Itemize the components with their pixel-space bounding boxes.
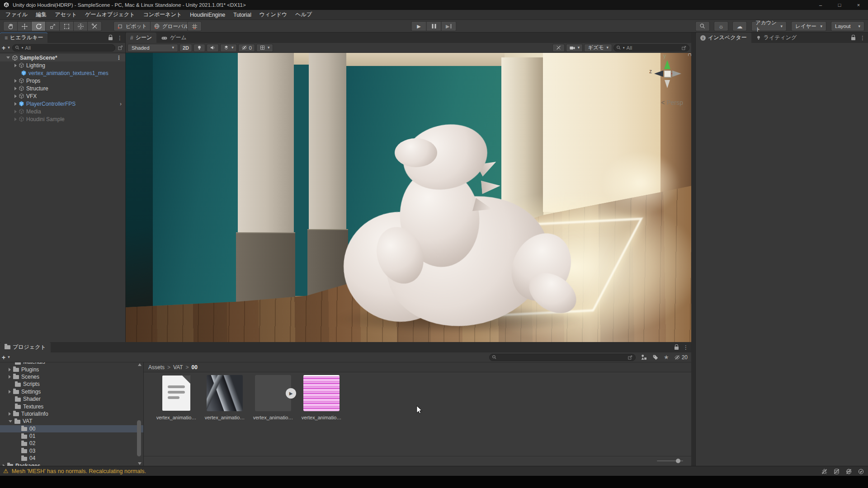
asset-item-texture-normal[interactable]: vertex_animatio… (202, 375, 247, 420)
scene-camera-dropdown[interactable]: ▾ (566, 44, 583, 52)
lock-icon[interactable] (675, 347, 679, 350)
tab-project[interactable]: プロジェクト (0, 342, 51, 352)
gizmo-y-cone[interactable] (664, 60, 670, 69)
hand-tool-button[interactable] (3, 21, 18, 31)
layout-dropdown[interactable]: Layout▾ (831, 21, 864, 31)
cloud-services-button[interactable]: ☁ (732, 21, 747, 31)
folder-row-shader[interactable]: Shader (0, 395, 143, 403)
scale-tool-button[interactable] (45, 21, 60, 31)
folder-row-02[interactable]: 02 (0, 440, 143, 447)
open-search-window-icon[interactable] (681, 45, 687, 51)
grid-snap-button[interactable] (187, 21, 202, 31)
rotate-tool-button[interactable] (31, 21, 46, 31)
folder-row-scripts[interactable]: Scripts (0, 380, 143, 388)
progress-done-icon[interactable] (858, 468, 864, 475)
folder-row-vat[interactable]: VAT (0, 418, 143, 425)
foldout-closed-icon[interactable] (14, 94, 17, 98)
global-toggle-button[interactable]: グローバル (150, 21, 193, 31)
tree-row-props[interactable]: Props (0, 77, 125, 84)
menu-component[interactable]: コンポーネント (139, 10, 186, 19)
tree-scrollbar[interactable] (137, 362, 142, 466)
minimize-button[interactable]: – (811, 0, 830, 10)
tab-lighting[interactable]: ライティング (751, 33, 802, 43)
tree-row-media[interactable]: Media (0, 108, 125, 115)
folder-row-00[interactable]: 00 (0, 425, 143, 432)
foldout-closed-icon[interactable] (9, 368, 11, 371)
foldout-open-icon[interactable] (6, 56, 10, 59)
scene-effects-dropdown[interactable]: ▾ (220, 44, 237, 52)
gizmo-z-cone[interactable] (654, 70, 663, 77)
folder-row-settings[interactable]: Settings (0, 388, 143, 395)
transform-tool-button[interactable] (73, 21, 88, 31)
play-button[interactable]: ▶ (411, 21, 427, 31)
account-dropdown[interactable]: アカウント▾ (751, 21, 787, 31)
scene-viewport[interactable]: y z < Persp (126, 53, 691, 342)
gizmo-x-cone[interactable] (672, 70, 681, 77)
menu-window[interactable]: ウィンドウ (255, 10, 291, 19)
scene-visibility-toggle[interactable]: 0 (238, 44, 255, 52)
tree-row-structure[interactable]: Structure (0, 84, 125, 92)
gizmo-down-cone[interactable] (665, 80, 670, 88)
scene-search[interactable]: ▾ (613, 44, 689, 52)
asset-item-json[interactable]: vertex_animatio… (154, 375, 199, 420)
filter-by-type-icon[interactable] (641, 354, 647, 361)
maximize-button[interactable]: □ (830, 0, 849, 10)
tree-row-scene[interactable]: SampleScene* ⋮ (0, 54, 125, 61)
hierarchy-search-input[interactable] (25, 45, 113, 51)
tree-row-vertex-animation[interactable]: vertex_animation_textures1_mes (0, 69, 125, 77)
foldout-closed-icon[interactable] (14, 87, 17, 90)
open-search-window-icon[interactable] (627, 355, 633, 360)
panel-divider[interactable] (691, 33, 695, 466)
prefab-open-chevron-icon[interactable]: › (120, 101, 122, 107)
folder-row-materials[interactable]: Materials (0, 362, 143, 366)
cache-server-disabled-icon[interactable] (833, 468, 840, 475)
chevron-down-icon[interactable]: ▾ (8, 46, 10, 50)
menu-gameobject[interactable]: ゲームオブジェクト (81, 10, 139, 19)
folder-row-tutorialinfo[interactable]: TutorialInfo (0, 410, 143, 418)
add-gameobject-button[interactable]: + (2, 44, 5, 52)
asset-item-texture-position[interactable]: vertex_animatio… (299, 375, 344, 420)
foldout-closed-icon[interactable] (9, 412, 11, 416)
scene-menu-icon[interactable]: ⋮ (116, 55, 122, 61)
activity-indicator-button[interactable]: ☼ (714, 21, 728, 31)
foldout-closed-icon[interactable] (14, 102, 17, 106)
lock-icon[interactable] (108, 37, 113, 40)
tab-game[interactable]: ゲーム (156, 33, 191, 43)
tree-row-houdini-sample[interactable]: Houdini Sample (0, 115, 125, 123)
menu-edit[interactable]: 編集 (32, 10, 51, 19)
breadcrumb-vat[interactable]: VAT (173, 364, 183, 371)
projection-mode[interactable]: < Persp (661, 99, 683, 106)
step-button[interactable]: ▶ (441, 21, 457, 31)
project-search-input[interactable] (499, 355, 626, 360)
tab-inspector[interactable]: i インスペクター (696, 33, 751, 43)
folder-row-03[interactable]: 03 (0, 447, 143, 455)
pause-button[interactable] (426, 21, 442, 31)
tree-row-vfx[interactable]: VFX (0, 92, 125, 100)
play-preview-icon[interactable]: ▶ (286, 388, 296, 399)
menu-tutorial[interactable]: Tutorial (229, 10, 255, 19)
scene-lighting-toggle[interactable] (193, 44, 205, 52)
scene-audio-toggle[interactable] (207, 44, 219, 52)
menu-houdiniengine[interactable]: HoudiniEngine (186, 10, 229, 19)
tree-row-lighting[interactable]: Lighting (0, 61, 125, 69)
hierarchy-search[interactable]: ▾ (12, 44, 115, 52)
tree-row-playercontroller[interactable]: PlayerControllerFPS › (0, 100, 125, 108)
project-search[interactable] (489, 354, 636, 361)
scroll-down-icon[interactable] (138, 462, 142, 465)
foldout-closed-icon[interactable] (14, 117, 17, 121)
foldout-closed-icon[interactable] (9, 375, 11, 379)
breadcrumb-assets[interactable]: Assets (148, 364, 165, 371)
gizmos-dropdown[interactable]: ギズモ ▾ (584, 44, 612, 52)
menu-assets[interactable]: アセット (51, 10, 81, 19)
filter-by-label-icon[interactable] (652, 354, 659, 361)
gizmo-center-cube[interactable] (664, 70, 671, 77)
pivot-toggle-button[interactable]: ピボット (113, 21, 151, 31)
custom-tool-button[interactable] (87, 21, 102, 31)
editor-search-button[interactable] (695, 21, 710, 31)
folder-row-04[interactable]: 04 (0, 455, 143, 462)
favorites-star-icon[interactable]: ★ (664, 354, 669, 361)
panel-menu-icon[interactable]: ⋮ (117, 35, 123, 41)
shading-mode-dropdown[interactable]: Shaded▾ (127, 44, 178, 52)
foldout-closed-icon[interactable] (14, 79, 17, 83)
rect-tool-button[interactable] (59, 21, 74, 31)
